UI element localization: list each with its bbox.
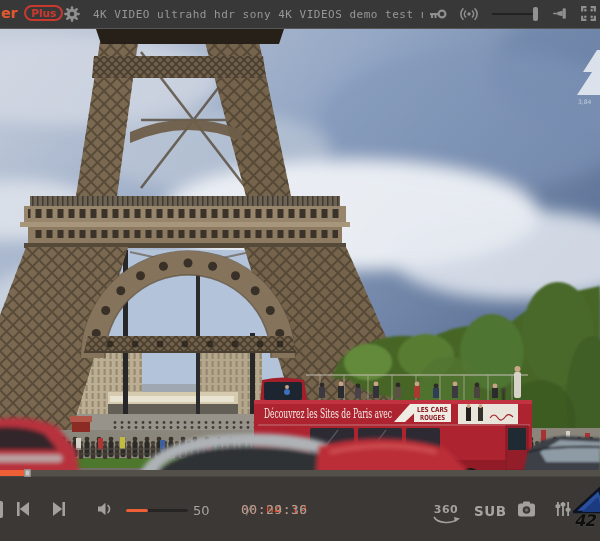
gear-icon[interactable]: [63, 5, 81, 23]
key-icon[interactable]: [429, 7, 447, 25]
titlebar-slider-track[interactable]: [492, 13, 538, 15]
titlebar-slider-handle[interactable]: [533, 7, 538, 21]
broadcast-icon[interactable]: [459, 5, 477, 23]
pause-icon-partial[interactable]: [0, 501, 3, 518]
fullscreen-icon[interactable]: [580, 5, 598, 23]
seek-bar[interactable]: [0, 470, 600, 476]
watermark-caption: 3,84: [578, 98, 592, 105]
corner-logo: 42: [573, 485, 600, 537]
control-bar: 50 00:04:19/00:29:36 360 SUB 42: [0, 476, 600, 541]
volume-slider[interactable]: [126, 509, 188, 512]
video-frame[interactable]: Découvrez les Sites de Paris avec LES CA…: [0, 29, 600, 477]
video-scene: Découvrez les Sites de Paris avec LES CA…: [0, 29, 600, 477]
view-360-label: 360: [434, 503, 458, 516]
pin-icon[interactable]: [552, 5, 570, 23]
subtitles-button[interactable]: SUB: [474, 503, 506, 519]
bus-brand-line2: ROUGES: [420, 414, 445, 422]
app-logo: er: [1, 5, 17, 21]
corner-logo-text: 42: [574, 511, 594, 530]
plus-badge: Plus: [24, 5, 63, 21]
video-player-window: { "titlebar": { "logo_text": "er", "logo…: [0, 0, 600, 541]
time-total: 00:29:36: [241, 502, 308, 517]
volume-value: 50: [193, 503, 210, 518]
volume-slider-fill: [126, 509, 148, 512]
seek-handle[interactable]: [24, 469, 31, 477]
view-360-button[interactable]: 360: [431, 498, 461, 522]
bus-slogan-text: Découvrez les Sites de Paris avec: [264, 407, 392, 421]
seek-bar-fill: [0, 470, 25, 476]
window-title: 4K VIDEO ultrahd hdr sony 4K VIDEOS demo…: [93, 8, 423, 21]
title-bar[interactable]: er Plus 4K VIDEO ultrahd hdr sony 4K VID…: [0, 0, 600, 29]
bus-brand-line1: LES CARS: [417, 406, 448, 414]
